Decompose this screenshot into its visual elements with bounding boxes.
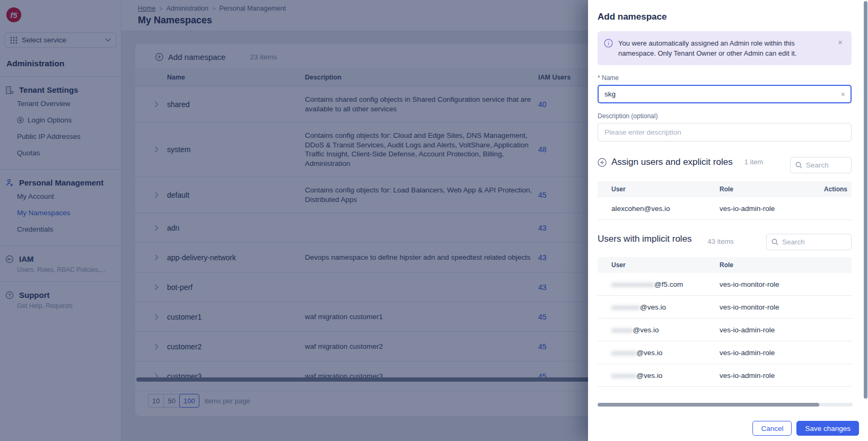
redacted-username: xxxxxxxx [611,303,640,311]
drawer-horizontal-scrollbar-thumb[interactable] [598,403,819,407]
user-email: alexcohen@ves.io [598,205,720,213]
name-field-wrap: × [598,85,852,103]
name-field-label: * Name [598,74,852,82]
save-changes-button[interactable]: Save changes [796,421,859,436]
implicit-role-row: xxxxxxxxxxxx@f5.com ves-io-monitor-role [598,273,852,296]
drawer-title: Add namespace [598,12,852,22]
implicit-roles-table: User Role xxxxxxxxxxxx@f5.com ves-io-mon… [598,257,852,387]
drawer-horizontal-scrollbar [598,403,853,407]
user-role: ves-io-monitor-role [720,303,852,311]
redacted-username: xxxxxxx [611,372,636,380]
explicit-table-header: User Role Actions [598,181,852,197]
description-input[interactable] [598,123,852,142]
redacted-username: xxxxxxxxxxxx [611,280,654,288]
user-domain: @ves.io [640,303,666,311]
user-domain: @ves.io [633,326,659,334]
user-email: xxxxxxx@ves.io [598,372,720,380]
explicit-roles-count: 1 item [744,157,764,166]
redacted-username: xxxxxx [611,326,633,334]
app-root: f5 Select service Administration Tenant … [0,0,868,441]
implicit-table-header: User Role [598,257,852,273]
user-role: ves-io-admin-role [720,326,852,334]
user-role: ves-io-monitor-role [720,280,852,288]
banner-close-icon[interactable]: × [836,38,845,46]
explicit-roles-heading: Assign users and explicit roles [611,157,733,167]
user-email: xxxxxxxx@ves.io [598,303,720,311]
user-domain: @f5.com [654,280,683,288]
explicit-role-row: alexcohen@ves.io ves-io-admin-role [598,197,852,220]
description-field-wrap [598,123,852,142]
column-header-user: User [598,261,720,269]
info-icon [604,39,613,48]
user-email: xxxxxx@ves.io [598,326,720,334]
add-user-plus-circle-icon[interactable] [598,158,607,167]
implicit-roles-section-header: Users with implicit roles 43 items [598,234,852,250]
name-input[interactable] [598,85,852,103]
user-email: xxxxxxx@ves.io [598,349,720,357]
user-domain: @ves.io [636,349,662,357]
search-icon [795,162,802,169]
implicit-role-row: xxxxxx@ves.io ves-io-admin-role [598,319,852,341]
implicit-role-row: xxxxxxx@ves.io ves-io-admin-role [598,364,852,387]
column-header-role: Role [720,186,817,193]
implicit-roles-search-input[interactable] [782,238,846,246]
user-role: ves-io-admin-role [720,349,852,357]
drawer-body: Add namespace You were automatically ass… [588,0,868,387]
column-header-role: Role [720,261,852,269]
cancel-button[interactable]: Cancel [752,421,792,436]
explicit-roles-table: User Role Actions alexcohen@ves.io ves-i… [598,181,852,220]
implicit-role-row: xxxxxxx@ves.io ves-io-admin-role [598,341,852,364]
explicit-roles-section-header: Assign users and explicit roles 1 item [598,157,852,173]
redacted-username: xxxxxxx [611,349,636,357]
description-field-label: Description (optional) [598,112,852,120]
search-icon [771,239,778,245]
explicit-roles-search [790,157,852,173]
user-role: ves-io-admin-role [720,372,852,380]
clear-name-icon[interactable]: × [841,90,845,99]
drawer-vertical-scrollbar[interactable] [864,1,867,399]
user-domain: @ves.io [636,372,662,380]
implicit-roles-count: 43 items [708,237,734,246]
implicit-role-row: xxxxxxxx@ves.io ves-io-monitor-role [598,296,852,319]
drawer-footer: Cancel Save changes [588,416,868,441]
column-header-user: User [598,186,720,193]
column-header-actions: Actions [817,186,852,193]
user-email: xxxxxxxxxxxx@f5.com [598,280,720,288]
implicit-roles-search [766,234,852,250]
explicit-roles-search-input[interactable] [806,161,846,169]
add-namespace-drawer: Add namespace You were automatically ass… [588,0,868,441]
user-role: ves-io-admin-role [720,205,817,213]
banner-text: You were automatically assigned an Admin… [618,38,830,58]
implicit-roles-heading: Users with implicit roles [598,234,692,244]
info-banner: You were automatically assigned an Admin… [598,31,852,65]
